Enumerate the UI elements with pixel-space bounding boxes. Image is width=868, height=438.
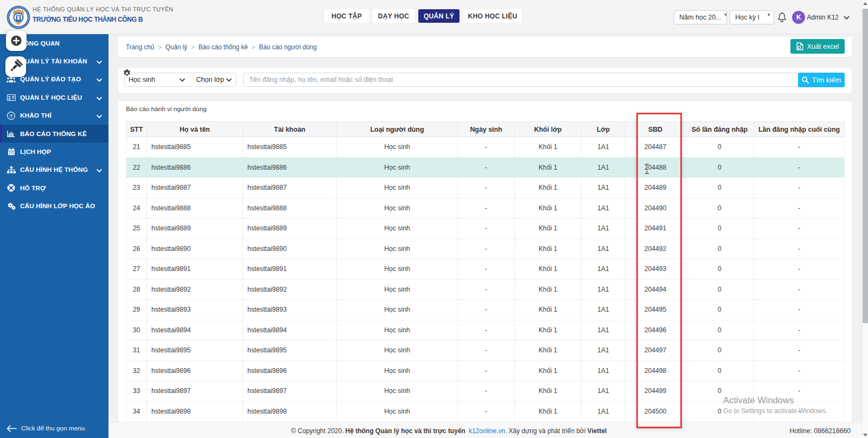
caret-down-icon: ▾: [724, 12, 727, 17]
collapse-menu-button[interactable]: Click để thu gọn menu: [7, 424, 85, 432]
cell-khoi-lop: Khối 1: [515, 218, 582, 239]
cell-khoi-lop: Khối 1: [515, 381, 582, 402]
class-select-value: Chọn lớp: [196, 76, 224, 83]
col-header: Họ và tên: [147, 122, 243, 137]
col-header: Ngày sinh: [458, 122, 515, 137]
table-row[interactable]: 31hstesttai9895hstesttai9895Học sinh-Khố…: [126, 340, 845, 361]
cell-stt: 29: [126, 300, 147, 320]
cell-tai-khoan: hstesttai9891: [243, 259, 337, 280]
class-select[interactable]: Chọn lớp: [190, 73, 236, 86]
table-row[interactable]: 29hstesttai9893hstesttai9893Học sinh-Khố…: [126, 300, 845, 320]
cell-ngay-sinh: -: [458, 300, 515, 320]
brand-block: HỆ THỐNG QUẢN LÝ HỌC VÀ THI TRỰC TUYẾN T…: [33, 5, 174, 25]
sitemap-icon: [7, 165, 16, 174]
sidebar-item-quan-ly-hoc-lieu[interactable]: QUẢN LÝ HỌC LIỆU: [0, 88, 108, 106]
top-nav-quan-ly[interactable]: QUẢN LÝ: [418, 9, 459, 23]
notifications-bell-icon[interactable]: [777, 12, 787, 23]
export-excel-button[interactable]: Xuất excel: [790, 39, 845, 54]
semester-select[interactable]: Học kỳ I▾: [730, 10, 774, 24]
cell-stt: 23: [126, 178, 147, 198]
sidebar-item-cau-hinh-he-thong[interactable]: CẤU HÌNH HỆ THỐNG: [0, 161, 108, 179]
school-year-select[interactable]: Năm học 20...▾: [674, 10, 727, 24]
table-row[interactable]: 24hstesttai9888hstesttai9888Học sinh-Khố…: [126, 198, 845, 218]
table-row[interactable]: 22hstesttai9886hstesttai9886Học sinh-Khố…: [126, 157, 845, 178]
filter-select-group: Học sinh Chọn lớp: [124, 73, 237, 87]
sidebar-item-cau-hinh-lop-hoc-ao[interactable]: CẤU HÌNH LỚP HỌC ẢO: [0, 197, 108, 215]
overlay-brush-button[interactable]: [5, 56, 26, 77]
cell-khoi-lop: Khối 1: [515, 178, 582, 198]
top-nav-kho-hoc-lieu[interactable]: KHO HỌC LIỆU: [463, 9, 522, 23]
cell-lop: 1A1: [582, 239, 626, 259]
breadcrumb-separator: >: [158, 44, 162, 50]
table-row[interactable]: 28hstesttai9892hstesttai9892Học sinh-Khố…: [126, 279, 845, 300]
cell-sbd: 204498: [626, 360, 686, 381]
user-name[interactable]: Admin K12: [807, 14, 839, 21]
sidebar-item-label: HỖ TRỢ: [20, 184, 46, 192]
top-nav-day-hoc[interactable]: DẠY HỌC: [373, 9, 414, 23]
school-year-value: Năm học 20...: [679, 14, 721, 21]
export-excel-label: Xuất excel: [807, 43, 839, 50]
report-card: Báo cáo hành vi người dùng STTHọ và tênT…: [118, 101, 852, 422]
k12online-link[interactable]: k12online.vn.: [469, 427, 507, 435]
cell-lan-dang-nhap-cuoi-cung: -: [754, 218, 845, 239]
col-header: STT: [126, 122, 147, 137]
col-header: Tài khoản: [243, 122, 337, 137]
cell-lop: 1A1: [582, 300, 626, 320]
school-name: TRƯỜNG TIỂU HỌC THÀNH CÔNG B: [33, 14, 174, 25]
cell-loai-nguoi-dung: Học sinh: [337, 381, 458, 402]
breadcrumb-item[interactable]: Báo cáo thống kê: [199, 43, 248, 51]
user-avatar[interactable]: K: [792, 11, 805, 24]
top-nav: HỌC TẬPDẠY HỌCQUẢN LÝKHO HỌC LIỆU: [324, 9, 522, 23]
cell-lan-dang-nhap-cuoi-cung: -: [754, 198, 845, 218]
cell-lop: 1A1: [582, 218, 626, 239]
cell-loai-nguoi-dung: Học sinh: [337, 300, 458, 320]
breadcrumb-separator: >: [191, 44, 195, 50]
breadcrumb: Trang chủ>Quản lý>Báo cáo thống kê>Báo c…: [126, 37, 317, 57]
breadcrumb-item[interactable]: Quản lý: [165, 43, 187, 51]
cell-ngay-sinh: -: [458, 178, 515, 198]
search-input[interactable]: [243, 73, 799, 87]
caret-down-icon: ▾: [768, 12, 770, 17]
cell-khoi-lop: Khối 1: [515, 198, 582, 218]
cell-tai-khoan: hstesttai9897: [243, 381, 337, 402]
table-row[interactable]: 33hstesttai9897hstesttai9897Học sinh-Khố…: [126, 381, 845, 402]
table-row[interactable]: 26hstesttai9890hstesttai9890Học sinh-Khố…: [126, 239, 845, 259]
cell-tai-khoan: hstesttai9886: [243, 157, 337, 178]
sidebar-item-lich-hop[interactable]: LỊCH HỌP: [0, 143, 108, 160]
cell-stt: 30: [126, 320, 147, 340]
cell-tai-khoan: hstesttai9896: [243, 360, 337, 381]
settings-gear-icon[interactable]: [123, 69, 131, 80]
table-row[interactable]: 34hstesttai9898hstesttai9898Học sinh-Khố…: [126, 401, 845, 422]
top-nav-hoc-tap[interactable]: HỌC TẬP: [324, 9, 369, 23]
chevron-down-icon: [180, 78, 185, 82]
table-row[interactable]: 32hstesttai9896hstesttai9896Học sinh-Khố…: [126, 360, 845, 381]
cell-stt: 27: [126, 259, 147, 280]
cell-ho-va-ten: hstesttai9888: [147, 198, 243, 218]
scrollbar-thumb[interactable]: [863, 9, 868, 323]
chevron-down-icon: [97, 113, 102, 118]
sidebar-item-ho-tro[interactable]: HỖ TRỢ: [0, 179, 108, 197]
cell-ngay-sinh: -: [458, 320, 515, 340]
cell-khoi-lop: Khối 1: [515, 320, 582, 340]
cell-ho-va-ten: hstesttai9890: [147, 239, 243, 259]
col-header: Số lần đăng nhập: [686, 122, 754, 137]
user-menu-chevron-icon[interactable]: [844, 12, 850, 22]
breadcrumb-item[interactable]: Trang chủ: [126, 43, 154, 51]
table-row[interactable]: 27hstesttai9891hstesttai9891Học sinh-Khố…: [126, 259, 845, 280]
sidebar-item-khao-thi[interactable]: ?KHẢO THÍ: [0, 107, 108, 125]
table-row[interactable]: 23hstesttai9887hstesttai9887Học sinh-Khố…: [126, 178, 845, 198]
cell-ngay-sinh: -: [458, 259, 515, 280]
vertical-scrollbar[interactable]: [861, 0, 868, 438]
table-row[interactable]: 25hstesttai9889hstesttai9889Học sinh-Khố…: [126, 218, 845, 239]
overlay-add-button[interactable]: [6, 30, 27, 51]
table-row[interactable]: 30hstesttai9894hstesttai9894Học sinh-Khố…: [126, 320, 845, 340]
search-button[interactable]: Tìm kiếm: [798, 73, 845, 87]
table-row[interactable]: 21hstesttai9885hstesttai9885Học sinh-Khố…: [126, 137, 845, 158]
scroll-up-arrow[interactable]: [862, 0, 868, 7]
sidebar-item-bao-cao-thong-ke[interactable]: BÁO CÁO THỐNG KÊ: [0, 125, 108, 143]
scroll-down-arrow[interactable]: [862, 431, 868, 438]
user-type-select[interactable]: Học sinh: [125, 73, 190, 86]
cell-tai-khoan: hstesttai9890: [243, 239, 337, 259]
question-icon: ?: [7, 111, 16, 120]
sidebar-item-label: QUẢN LÝ ĐÀO TẠO: [20, 75, 81, 83]
